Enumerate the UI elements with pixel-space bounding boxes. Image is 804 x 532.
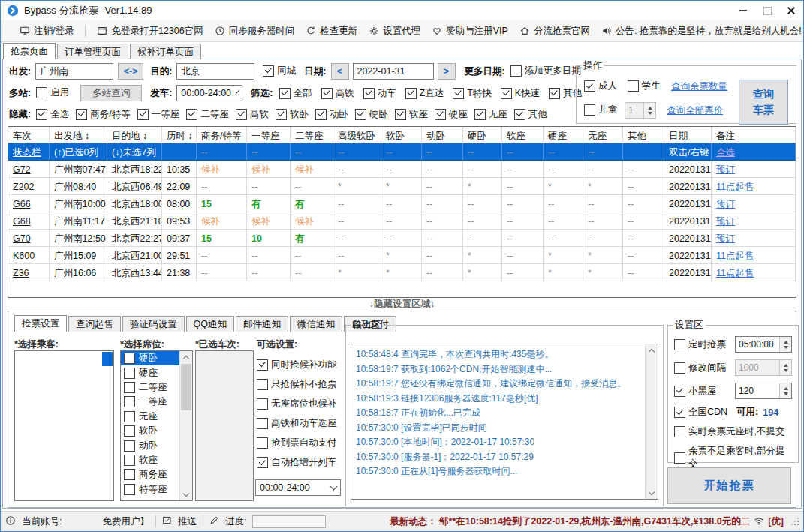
table-row[interactable]: Z202广州08:40北京西06:4922:09------**--*--**-… [8,178,796,195]
seat-option[interactable]: 商务座 [121,467,180,482]
seat-option[interactable]: 特等座 [121,482,180,497]
checkbox[interactable] [124,396,135,407]
tab-查询起售[interactable]: 查询起售 [68,316,121,332]
checkbox[interactable] [501,88,512,99]
checkbox-item[interactable]: 小黑屋 [674,385,717,398]
seat-option[interactable]: 动卧 [121,438,180,452]
checkbox[interactable] [674,452,685,464]
start-grab-button[interactable]: 开始抢票 [667,467,791,504]
seat-option[interactable]: 硬卧 [121,351,180,365]
checkbox[interactable] [257,379,268,390]
scroll-down-icon[interactable] [180,488,192,500]
spinner[interactable]: 1 [625,102,656,119]
scroll-thumb[interactable] [181,364,191,410]
checkbox[interactable] [263,65,274,77]
checkbox-item[interactable]: 学生 [628,80,661,92]
spinner[interactable]: 120 [735,383,792,399]
train-code[interactable]: 状态栏 [8,143,50,161]
checkbox[interactable] [321,88,333,99]
tab-邮件通知[interactable]: 邮件通知 [236,316,288,332]
checkbox-item[interactable]: 修改间隔 [674,362,726,374]
checkbox[interactable] [36,87,47,98]
checkbox-item[interactable]: 添加更多日期 [510,65,581,77]
checkbox-item[interactable]: 商务/特等 [76,108,130,121]
toolbar-item[interactable]: 设置代理 [369,25,420,38]
scroll-down-icon[interactable] [646,487,658,499]
checkbox-item[interactable]: 无座席位也候补 [257,397,337,410]
toolbar-item[interactable]: 免登录打开12306官网 [97,25,203,38]
checkbox-item[interactable]: 成人 [584,80,617,92]
remark-link[interactable]: 11点起售 [712,264,796,281]
remark-link[interactable]: 11点起售 [712,178,796,195]
train-code[interactable]: K600 [8,247,50,264]
seat-option[interactable]: 硬座 [121,365,180,380]
checkbox[interactable] [186,109,197,120]
query-price-link[interactable]: 查询全部票价 [667,104,723,117]
status-row[interactable]: 状态栏(↑)已选0列(↓)未选7列--------------------双击/… [8,143,796,161]
checkbox-item[interactable]: 动卧 [315,108,348,121]
checkbox[interactable] [236,109,247,120]
checkbox[interactable] [257,398,268,410]
checkbox[interactable] [124,484,135,495]
seat-listbox[interactable]: 硬卧硬座二等座一等座无座软卧动卧软座商务座特等座 [120,350,193,501]
scroll-up-icon[interactable] [646,344,658,356]
checkbox[interactable] [124,440,135,452]
checkbox[interactable] [674,362,685,374]
tab-抢票页面[interactable]: 抢票页面 [3,43,56,59]
tab-订单管理页面[interactable]: 订单管理页面 [57,44,128,59]
remark-link[interactable]: 预订 [712,195,796,212]
tab-QQ通知[interactable]: QQ通知 [186,316,234,332]
table-row[interactable]: G70广州南12:50北京西22:2709:371510有-----------… [8,230,796,247]
tab-抢票设置[interactable]: 抢票设置 [14,315,67,332]
push-label[interactable]: 推送 [178,515,197,528]
checkbox[interactable] [510,65,522,77]
spinner-arrows[interactable] [779,383,791,398]
spinner-value[interactable]: 05:00:00 [736,337,779,352]
checkbox[interactable] [257,359,268,371]
column-header[interactable]: 软卧 [381,127,422,143]
column-header[interactable]: 出发地 ↕ [50,127,107,143]
checkbox-item[interactable]: 全选 [36,108,69,121]
checkbox[interactable] [674,386,685,397]
checkbox-item[interactable]: 其他 [514,108,547,121]
checkbox-item[interactable]: 二等座 [186,108,229,121]
checkbox[interactable] [124,455,135,466]
spinner-arrows[interactable] [779,360,791,375]
remark-link[interactable]: 预订 [712,212,796,230]
output-log[interactable]: 10:58:48:4 查询完毕，本次查询共用时:435毫秒。10:58:19:7… [351,344,658,500]
passenger-listbox[interactable] [14,350,114,501]
checkbox-item[interactable]: 无座 [474,108,507,121]
checkbox-item[interactable]: T特快 [453,87,492,100]
table-row[interactable]: G66广州南10:00北京西18:0008:0015有有------------… [8,195,796,212]
checkbox-item[interactable]: 硬卧 [355,108,388,121]
train-code[interactable]: G70 [8,230,50,247]
seat-option[interactable]: 二等座 [121,380,180,395]
close-button[interactable] [779,1,803,20]
column-header[interactable]: 硬座 [544,127,583,143]
maximize-button[interactable] [755,1,779,20]
column-header[interactable]: 目的地 ↕ [107,127,162,143]
seat-option[interactable]: 软卧 [121,424,180,438]
checkbox[interactable] [363,88,375,99]
seat-scrollbar[interactable] [179,351,192,500]
column-header[interactable]: 车次 [8,127,50,143]
checkbox-item[interactable]: 余票不足乘客时,部分提交 [674,445,792,470]
spinner[interactable]: 05:00:00 [735,336,792,353]
checkbox[interactable] [257,418,268,429]
spinner-arrows[interactable] [779,337,791,352]
remark-link[interactable]: 11点起售 [712,247,796,264]
selected-trains-listbox[interactable] [195,350,254,501]
checkbox[interactable] [279,88,291,99]
swap-stations-button[interactable]: <-> [118,63,143,80]
seat-option[interactable]: 软座 [121,453,180,467]
tab-微信通知[interactable]: 微信通知 [290,316,342,332]
column-header[interactable]: 无座 [583,127,623,143]
checkbox-item[interactable]: 只抢候补不抢票 [257,377,337,391]
train-code[interactable]: G72 [8,161,50,178]
minimize-button[interactable] [731,1,755,20]
checkbox[interactable] [355,109,366,120]
query-remaining-link[interactable]: 查询余票数量 [671,80,727,93]
column-header[interactable]: 高级软卧 [333,127,381,143]
checkbox-item[interactable]: K快速 [501,87,540,100]
toolbar-item[interactable]: 公告: 抢票靠的是坚持，放弃就是给别人机会! [601,25,802,38]
